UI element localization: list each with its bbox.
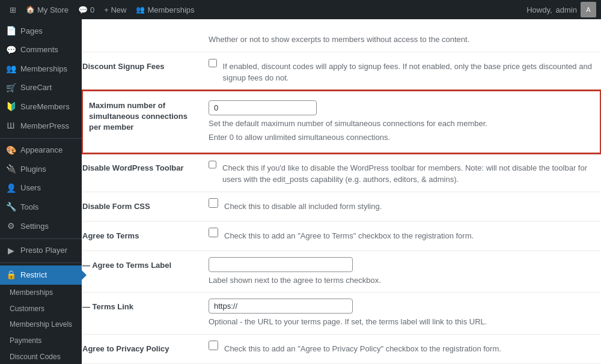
agree-terms-checkbox[interactable] — [209, 228, 218, 237]
terms-label-input[interactable] — [209, 257, 353, 272]
wp-logo[interactable]: ⊞ — [5, 0, 21, 19]
max-connections-desc1: Set the default maximum number of simult… — [209, 118, 594, 130]
formcss-description: Check this to disable all included form … — [224, 201, 382, 213]
formcss-checkbox[interactable] — [209, 198, 218, 208]
comments-bar[interactable]: 💬 0 — [73, 0, 99, 19]
terms-link-input[interactable] — [209, 299, 353, 314]
agree-terms-checkbox-row: Check this to add an "Agree to Terms" ch… — [209, 228, 594, 242]
settings-table: Whether or not to show excerpts to membe… — [82, 25, 601, 364]
terms-link-label: — Terms Link — [82, 302, 133, 311]
restrict-icon: 🔒 — [6, 269, 16, 281]
main-content: Whether or not to show excerpts to membe… — [82, 19, 601, 364]
privacy-policy-label: Agree to Privacy Policy — [82, 344, 169, 353]
terms-label-row: — Agree to Terms Label Label shown next … — [82, 250, 600, 293]
toolbar-checkbox[interactable] — [209, 160, 216, 169]
terms-link-content-cell: Optional - the URL to your terms page. I… — [203, 293, 600, 335]
privacy-policy-content-cell: Check this to add an "Agree to Privacy P… — [203, 334, 600, 363]
discount-content-cell: If enabled, discount codes will apply to… — [203, 52, 600, 91]
presto-icon: ▶ — [6, 245, 16, 257]
sidebar-item-pages[interactable]: 📄 Pages — [0, 22, 82, 41]
sidebar-item-presto[interactable]: ▶ Presto Player — [0, 241, 82, 261]
plugins-label: Plugins — [20, 164, 46, 175]
admin-bar: ⊞ 🏠 My Store 💬 0 + New 👥 Memberships How… — [0, 0, 601, 19]
privacy-checkbox-row: Check this to add an "Agree to Privacy P… — [209, 341, 594, 355]
submenu-memberships[interactable]: Memberships — [0, 285, 82, 301]
sidebar-item-surecart[interactable]: 🛒 SureCart — [0, 79, 82, 98]
toolbar-description: Check this if you'd like to disable the … — [222, 162, 594, 186]
restrict-label: Restrict — [20, 270, 47, 281]
submenu-payments[interactable]: Payments — [0, 333, 82, 349]
excerpt-description: Whether or not to show excerpts to membe… — [209, 34, 594, 46]
terms-label-description: Label shown next to the agree to terms c… — [209, 275, 594, 287]
comments-icon: 💬 — [78, 5, 88, 14]
pages-label: Pages — [20, 26, 43, 37]
submenu-membership-levels[interactable]: Membership Levels — [0, 317, 82, 333]
excerpt-desc-cell: Whether or not to show excerpts to membe… — [203, 25, 600, 52]
max-connections-content-cell: Set the default maximum number of simult… — [203, 91, 600, 153]
submenu-discount-codes[interactable]: Discount Codes — [0, 349, 82, 364]
site-name-bar[interactable]: 🏠 My Store — [21, 0, 73, 19]
privacy-checkbox[interactable] — [209, 341, 218, 350]
max-connections-label: Maximum number of simultaneous connectio… — [89, 101, 188, 132]
formcss-content-cell: Check this to disable all included form … — [203, 192, 600, 221]
presto-label: Presto Player — [20, 245, 67, 256]
sidebar-item-tools[interactable]: 🔧 Tools — [0, 198, 82, 217]
store-icon: 🏠 — [26, 5, 35, 14]
toolbar-checkbox-row: Check this if you'd like to disable the … — [209, 160, 594, 186]
privacy-description: Check this to add an "Agree to Privacy P… — [224, 343, 501, 355]
toolbar-content-cell: Check this if you'd like to disable the … — [203, 153, 600, 192]
memberships-bar[interactable]: 👥 Memberships — [131, 0, 199, 19]
agree-terms-label-cell: Agree to Terms — [82, 221, 203, 250]
max-connections-label-cell: Maximum number of simultaneous connectio… — [82, 91, 203, 153]
avatar: A — [581, 2, 596, 17]
new-bar[interactable]: + New — [99, 0, 131, 19]
sidebar-item-restrict[interactable]: 🔒 Restrict — [0, 265, 82, 285]
terms-link-label-cell: — Terms Link — [82, 293, 203, 335]
toolbar-label: Disable WordPress Toolbar — [82, 163, 184, 172]
discount-row: Discount Signup Fees If enabled, discoun… — [82, 52, 600, 91]
sidebar-item-suremembers[interactable]: 🔰 SureMembers — [0, 97, 82, 117]
excerpt-row: Whether or not to show excerpts to membe… — [82, 25, 600, 52]
settings-icon: ⚙ — [6, 220, 16, 232]
memberpress-icon: Ш — [6, 120, 16, 132]
separator-3 — [0, 262, 82, 263]
memberships-sidebar-icon: 👥 — [6, 63, 16, 75]
discount-label: Discount Signup Fees — [82, 62, 165, 71]
sidebar-item-comments[interactable]: 💬 Comments — [0, 41, 82, 60]
sidebar-item-appearance[interactable]: 🎨 Appearance — [0, 141, 82, 160]
surecart-icon: 🛒 — [6, 82, 16, 94]
users-label: Users — [20, 183, 41, 193]
agree-terms-label: Agree to Terms — [82, 231, 139, 240]
sidebar-item-memberpress[interactable]: Ш MemberPress — [0, 117, 82, 136]
discount-label-cell: Discount Signup Fees — [82, 52, 203, 91]
tools-icon: 🔧 — [6, 201, 16, 213]
sidebar-item-users[interactable]: 👤 Users — [0, 179, 82, 198]
formcss-row: Disable Form CSS Check this to disable a… — [82, 192, 600, 221]
terms-label-content-cell: Label shown next to the agree to terms c… — [203, 250, 600, 293]
discount-checkbox[interactable] — [209, 58, 217, 68]
howdy-label: Howdy, — [526, 5, 552, 14]
discount-checkbox-row: If enabled, discount codes will apply to… — [209, 58, 594, 84]
max-connections-row: Maximum number of simultaneous connectio… — [82, 91, 600, 153]
discount-description: If enabled, discount codes will apply to… — [223, 61, 594, 84]
appearance-label: Appearance — [20, 145, 63, 156]
sidebar-item-settings[interactable]: ⚙ Settings — [0, 217, 82, 236]
excerpt-label-cell — [82, 25, 203, 52]
formcss-label: Disable Form CSS — [82, 202, 150, 211]
plugins-icon: 🔌 — [6, 163, 16, 175]
terms-label-field-label: — Agree to Terms Label — [82, 261, 171, 270]
agree-terms-row: Agree to Terms Check this to add an "Agr… — [82, 221, 600, 250]
formcss-label-cell: Disable Form CSS — [82, 192, 203, 221]
settings-label: Settings — [20, 221, 49, 232]
toolbar-row: Disable WordPress Toolbar Check this if … — [82, 153, 600, 192]
new-label: + New — [104, 5, 126, 14]
suremembers-label: SureMembers — [20, 102, 70, 112]
user-info: Howdy, admin A — [526, 2, 596, 17]
users-icon: 👤 — [6, 183, 16, 195]
max-connections-input[interactable] — [209, 100, 317, 115]
sidebar-item-plugins[interactable]: 🔌 Plugins — [0, 160, 82, 179]
admin-name: admin — [556, 5, 577, 14]
submenu-customers[interactable]: Customers — [0, 301, 82, 317]
sidebar-item-memberships-top[interactable]: 👥 Memberships — [0, 59, 82, 79]
appearance-icon: 🎨 — [6, 145, 16, 157]
